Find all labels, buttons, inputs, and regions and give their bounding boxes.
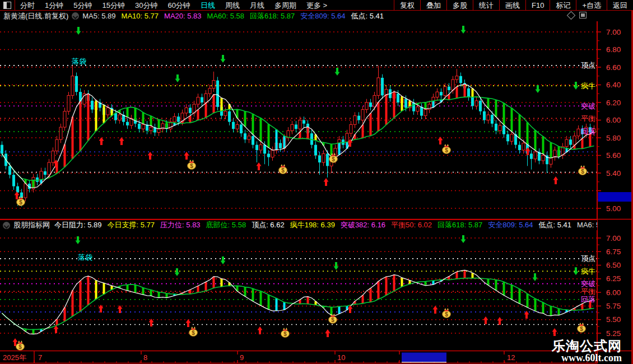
svg-text:10: 10 <box>337 353 345 362</box>
svg-text:$: $ <box>445 147 448 153</box>
money-bag-icon: $ <box>579 165 587 175</box>
watermark-site-name: 乐淘公式网 <box>552 339 622 353</box>
tool-menu-画线[interactable]: 画线 <box>499 0 525 11</box>
period-tab-月线[interactable]: 月线 <box>245 0 269 11</box>
svg-text:6.75: 6.75 <box>606 248 621 256</box>
svg-text:平衡: 平衡 <box>581 287 595 296</box>
tool-menu-F10[interactable]: F10 <box>525 0 550 11</box>
money-bag-icon: $ <box>443 144 451 154</box>
field-疯牛198: 疯牛198: 6.39 <box>290 221 335 229</box>
up-arrow-icon <box>258 326 263 334</box>
field-MA6: MA6: 5.85 <box>577 221 597 229</box>
field-低点: 低点: 5.41 <box>539 221 572 229</box>
tool-menu-统计[interactable]: 统计 <box>473 0 499 11</box>
period-tab-30分钟[interactable]: 30分钟 <box>130 0 162 11</box>
indicator-gridlines <box>0 238 597 333</box>
selected-date-highlight[interactable] <box>402 353 446 362</box>
svg-text:7.00: 7.00 <box>606 234 621 242</box>
up-arrow-icon <box>433 306 438 314</box>
field-底部位: 底部位: 5.58 <box>206 221 246 229</box>
period-tab-更多 >[interactable]: 更多 > <box>301 0 332 11</box>
indicator-ma-lines <box>2 270 594 334</box>
period-tab-分时[interactable]: 分时 <box>15 0 40 11</box>
up-arrow-icon <box>553 176 558 184</box>
down-arrow-icon <box>175 74 180 82</box>
tool-menu-复权[interactable]: 复权 <box>394 0 420 11</box>
up-arrow-icon <box>99 137 104 145</box>
chart-canvas[interactable]: 顶点疯牛突破平衡回落7.006.806.606.406.206.005.805.… <box>0 0 633 364</box>
tool-menu-叠加[interactable]: 叠加 <box>420 0 446 11</box>
money-bag-icon: $ <box>281 328 290 338</box>
svg-text:2025年: 2025年 <box>3 353 26 362</box>
price-signals: $$$$$$落袋 <box>15 26 587 206</box>
timeline-axis: 2025年78910122025/10/29/三 <box>3 351 595 363</box>
down-arrow-icon <box>76 27 81 35</box>
svg-text:5.00: 5.00 <box>606 204 621 213</box>
field-压力位: 压力位: 5.83 <box>160 221 201 229</box>
up-arrow-icon <box>148 152 153 160</box>
watermark: 乐淘公式网 www.60lt.com <box>552 339 622 363</box>
svg-text:回落: 回落 <box>581 295 595 304</box>
up-arrow-icon <box>324 178 329 186</box>
panel-mode-icon[interactable] <box>579 12 587 18</box>
down-arrow-icon <box>536 85 541 93</box>
period-tab-60分钟[interactable]: 60分钟 <box>162 0 195 11</box>
trading-app-window: 顶点疯牛突破平衡回落7.006.806.606.406.206.005.805.… <box>0 0 633 364</box>
down-arrow-icon <box>221 256 226 264</box>
svg-text:6.25: 6.25 <box>606 274 621 283</box>
diamond-icon[interactable] <box>567 11 576 20</box>
money-bag-icon: $ <box>189 326 198 337</box>
field-顶点: 顶点: 6.62 <box>252 221 285 229</box>
svg-text:$: $ <box>19 199 22 206</box>
up-arrow-icon <box>348 305 353 313</box>
up-arrow-icon <box>257 162 262 170</box>
tool-menu-+自选[interactable]: +自选 <box>576 0 607 11</box>
up-arrow-icon <box>186 319 191 327</box>
period-tab-多周期[interactable]: 多周期 <box>269 0 301 11</box>
tool-menu-标记[interactable]: 标记 <box>550 0 576 11</box>
panel-borders <box>0 0 632 364</box>
tool-menu-返回[interactable]: 返回 <box>607 0 633 11</box>
indicator-source[interactable]: 股朋指标网 <box>13 220 50 230</box>
svg-text:$: $ <box>580 326 583 332</box>
chevron-down-icon[interactable] <box>3 222 10 229</box>
field-突破382: 突破382: 6.16 <box>341 221 385 229</box>
up-arrow-icon <box>552 328 557 336</box>
stock-title[interactable]: 新黄浦(日线.前复权) <box>3 11 68 21</box>
period-tab-1分钟[interactable]: 1分钟 <box>40 0 68 11</box>
svg-text:8: 8 <box>143 353 147 362</box>
indicator-values: 今日阻力: 5.89今日支撑: 5.77压力位: 5.83底部位: 5.58顶点… <box>54 220 597 230</box>
field-回落618: 回落618: 5.87 <box>437 221 482 229</box>
svg-text:12: 12 <box>507 353 515 362</box>
period-tab-周线[interactable]: 周线 <box>220 0 245 11</box>
svg-text:$: $ <box>581 169 584 175</box>
price-ribbon-hatches <box>26 84 590 188</box>
svg-text:5.80: 5.80 <box>606 134 621 142</box>
down-arrow-icon <box>334 262 339 270</box>
period-tab-日线[interactable]: 日线 <box>196 0 220 11</box>
chevron-down-icon[interactable] <box>72 12 79 20</box>
price-price-axis: 7.006.806.606.406.206.005.805.605.405.00… <box>597 28 621 213</box>
svg-text:疯牛: 疯牛 <box>581 267 595 276</box>
ma-values: MA5: 5.89MA10: 5.77MA20: 5.83MA60: 5.58回… <box>82 11 389 21</box>
price-candles <box>1 66 595 207</box>
indicator-header-row: 股朋指标网 今日阻力: 5.89今日支撑: 5.77压力位: 5.83底部位: … <box>0 220 597 230</box>
svg-text:5.75: 5.75 <box>606 302 621 310</box>
svg-text:6.20: 6.20 <box>606 99 621 107</box>
svg-text:6.00: 6.00 <box>606 116 621 124</box>
svg-text:落袋: 落袋 <box>78 253 92 262</box>
tool-menu: 复权叠加多股统计画线F10标记+自选返回 <box>394 0 633 11</box>
period-tab-5分钟[interactable]: 5分钟 <box>68 0 97 11</box>
field-MA20: MA20: 5.83 <box>164 12 202 20</box>
svg-text:6.80: 6.80 <box>606 45 621 54</box>
money-bag-icon: $ <box>16 340 25 351</box>
window-layout-icon[interactable] <box>3 2 11 9</box>
tool-menu-多股[interactable]: 多股 <box>446 0 473 11</box>
indicator-level-lines <box>0 259 597 325</box>
down-arrow-icon <box>221 55 226 63</box>
period-menubar: 分时1分钟5分钟15分钟30分钟60分钟日线周线月线多周期更多 > 复权叠加多股… <box>0 0 633 11</box>
period-tabs: 分时1分钟5分钟15分钟30分钟60分钟日线周线月线多周期更多 > <box>15 0 332 11</box>
down-arrow-icon <box>461 26 466 34</box>
svg-text:突破: 突破 <box>581 102 595 110</box>
period-tab-15分钟[interactable]: 15分钟 <box>97 0 129 11</box>
